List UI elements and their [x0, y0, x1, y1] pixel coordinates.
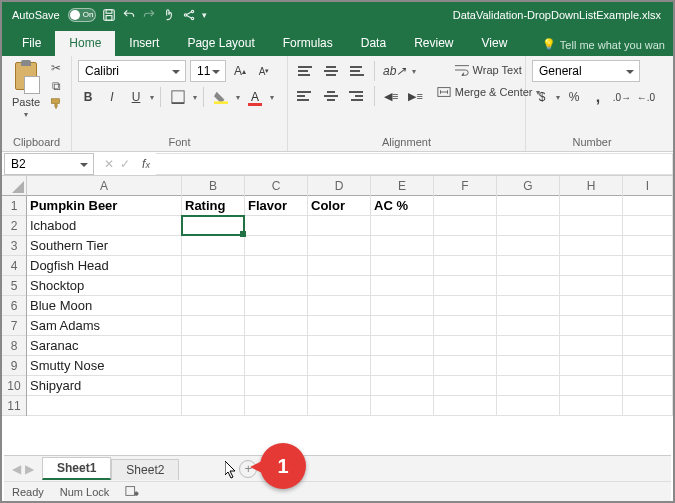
cell[interactable]: [560, 276, 623, 296]
cell[interactable]: [560, 296, 623, 316]
underline-button[interactable]: U: [126, 86, 146, 108]
font-size-select[interactable]: 11: [190, 60, 226, 82]
cell[interactable]: [245, 396, 308, 416]
cell[interactable]: Shocktop: [27, 276, 182, 296]
cell[interactable]: [308, 336, 371, 356]
cell[interactable]: [182, 376, 245, 396]
cell[interactable]: [245, 336, 308, 356]
decrease-decimal-icon[interactable]: ←.0: [636, 86, 656, 108]
cell[interactable]: Pumpkin Beer: [27, 196, 182, 216]
cell[interactable]: [245, 256, 308, 276]
orientation-icon[interactable]: ab↗: [379, 60, 410, 82]
cell[interactable]: [623, 356, 673, 376]
cell[interactable]: [308, 356, 371, 376]
cell[interactable]: [497, 376, 560, 396]
tab-file[interactable]: File: [8, 31, 55, 56]
macro-record-icon[interactable]: [125, 485, 139, 499]
row-header[interactable]: 4: [2, 256, 26, 276]
align-middle-icon[interactable]: [320, 60, 344, 82]
cell[interactable]: [182, 276, 245, 296]
tell-me-search[interactable]: 💡 Tell me what you wan: [534, 33, 673, 56]
cell[interactable]: [245, 236, 308, 256]
cell[interactable]: [182, 396, 245, 416]
row-header[interactable]: 3: [2, 236, 26, 256]
cell[interactable]: [434, 316, 497, 336]
cell[interactable]: [497, 316, 560, 336]
cell[interactable]: [371, 336, 434, 356]
cell[interactable]: [560, 396, 623, 416]
row-header[interactable]: 10: [2, 376, 26, 396]
cell[interactable]: [182, 336, 245, 356]
cell[interactable]: [497, 396, 560, 416]
cell[interactable]: [308, 276, 371, 296]
cell[interactable]: Smutty Nose: [27, 356, 182, 376]
cell[interactable]: [623, 376, 673, 396]
name-box[interactable]: B2: [4, 153, 94, 175]
cell[interactable]: [623, 396, 673, 416]
cut-icon[interactable]: ✂: [48, 60, 64, 76]
col-header-A[interactable]: A: [27, 176, 182, 196]
cell[interactable]: [497, 256, 560, 276]
number-format-select[interactable]: General: [532, 60, 640, 82]
cell[interactable]: [623, 216, 673, 236]
cell[interactable]: [182, 316, 245, 336]
cell[interactable]: Blue Moon: [27, 296, 182, 316]
row-header[interactable]: 8: [2, 336, 26, 356]
cell[interactable]: [434, 296, 497, 316]
cell[interactable]: [308, 296, 371, 316]
cell[interactable]: [371, 296, 434, 316]
cell[interactable]: [497, 296, 560, 316]
cell[interactable]: [434, 336, 497, 356]
cell[interactable]: [623, 296, 673, 316]
tab-data[interactable]: Data: [347, 31, 400, 56]
cell[interactable]: [308, 256, 371, 276]
cell[interactable]: [560, 196, 623, 216]
cell[interactable]: [434, 396, 497, 416]
cell[interactable]: [623, 236, 673, 256]
border-button[interactable]: [167, 86, 189, 108]
cell[interactable]: [434, 276, 497, 296]
cell[interactable]: [434, 376, 497, 396]
cell[interactable]: AC %: [371, 196, 434, 216]
cell[interactable]: [371, 236, 434, 256]
align-bottom-icon[interactable]: [346, 60, 370, 82]
cell[interactable]: [27, 396, 182, 416]
paste-button[interactable]: Paste ▾: [8, 60, 44, 121]
italic-button[interactable]: I: [102, 86, 122, 108]
cell[interactable]: Shipyard: [27, 376, 182, 396]
tab-view[interactable]: View: [468, 31, 522, 56]
increase-decimal-icon[interactable]: .0→: [612, 86, 632, 108]
cell[interactable]: [182, 356, 245, 376]
cell[interactable]: [308, 376, 371, 396]
cell[interactable]: Color: [308, 196, 371, 216]
cell[interactable]: [308, 316, 371, 336]
row-header[interactable]: 7: [2, 316, 26, 336]
cell[interactable]: Saranac: [27, 336, 182, 356]
cell[interactable]: [497, 216, 560, 236]
cell[interactable]: [623, 276, 673, 296]
cell[interactable]: [434, 236, 497, 256]
col-header-I[interactable]: I: [623, 176, 673, 196]
align-right-icon[interactable]: [346, 86, 368, 106]
row-header[interactable]: 11: [2, 396, 26, 416]
comma-format-icon[interactable]: ,: [588, 86, 608, 108]
col-header-F[interactable]: F: [434, 176, 497, 196]
col-header-H[interactable]: H: [560, 176, 623, 196]
cell[interactable]: [497, 196, 560, 216]
col-header-E[interactable]: E: [371, 176, 434, 196]
formula-input[interactable]: [156, 153, 673, 175]
cell[interactable]: [497, 236, 560, 256]
cell[interactable]: [623, 196, 673, 216]
copy-icon[interactable]: ⧉: [48, 78, 64, 94]
cell[interactable]: [245, 356, 308, 376]
cell[interactable]: Southern Tier: [27, 236, 182, 256]
cell[interactable]: [371, 316, 434, 336]
col-header-C[interactable]: C: [245, 176, 308, 196]
tab-review[interactable]: Review: [400, 31, 467, 56]
cell[interactable]: [182, 216, 245, 236]
cell[interactable]: [308, 216, 371, 236]
cell[interactable]: [245, 276, 308, 296]
row-header[interactable]: 1: [2, 196, 26, 216]
autosave-toggle[interactable]: On: [68, 8, 96, 22]
cell[interactable]: [434, 356, 497, 376]
